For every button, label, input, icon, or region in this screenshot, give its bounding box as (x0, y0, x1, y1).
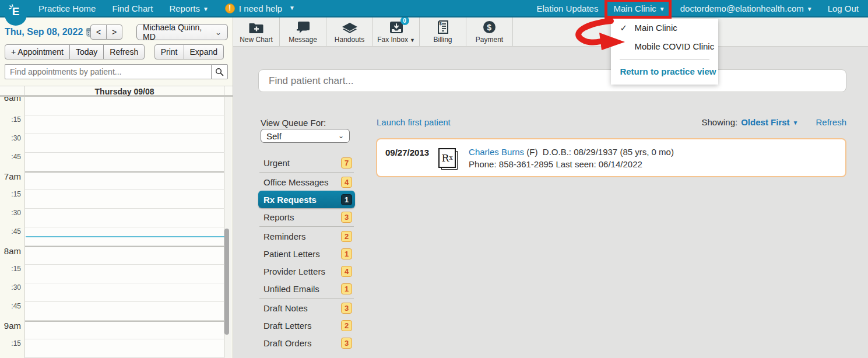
handouts-button[interactable]: Handouts (326, 17, 373, 46)
sort-order-dropdown[interactable]: Oldest First▼ (741, 117, 798, 127)
patient-name-link[interactable]: Charles Burns (469, 147, 524, 157)
view-queue-for-label: View Queue For: (261, 118, 326, 128)
rx-icon: Rx (438, 148, 456, 168)
expand-button[interactable]: Expand (184, 44, 224, 59)
time-row: :45 (0, 153, 233, 171)
time-label: 7am (0, 171, 25, 190)
queue-owner-select[interactable]: Self ⌄ (261, 129, 350, 143)
nav-left: Practice Home Find Chart Reports▼ ! I ne… (38, 3, 295, 13)
queue-item-draft-letters[interactable]: Draft Letters2 (258, 317, 355, 334)
queue-item-rx-requests[interactable]: Rx Requests1 (258, 191, 355, 208)
add-appointment-button[interactable]: + Appointment (5, 44, 70, 59)
appointment-slot[interactable] (25, 246, 224, 265)
chevron-down-icon: ▼ (203, 6, 209, 12)
nav-reports[interactable]: Reports▼ (169, 3, 208, 13)
find-patient-chart-input[interactable] (258, 69, 846, 92)
logo-letter: E (12, 5, 20, 18)
queue-item-urgent[interactable]: Urgent7 (258, 154, 355, 171)
queue-item-reminders[interactable]: Reminders2 (258, 227, 355, 245)
fax-inbox-button[interactable]: 0 Fax Inbox▼ (373, 17, 420, 46)
queue-item-label: Patient Letters (263, 249, 320, 259)
handouts-icon (342, 20, 358, 34)
time-row: :15 (0, 265, 233, 283)
nav-help[interactable]: ! I need help▼ (225, 3, 295, 13)
billing-button[interactable]: $ Billing (420, 17, 466, 46)
svg-text:$: $ (439, 21, 442, 26)
scheduler-sidebar: Thu, Sep 08, 2022 < > Michaela Quinn, MD… (0, 17, 233, 358)
appointment-slot[interactable] (25, 115, 224, 134)
appointment-slot[interactable] (25, 190, 224, 209)
queue-item-label: Office Messages (263, 177, 328, 187)
time-row: :15 (0, 190, 233, 209)
rx-request-card[interactable]: 09/27/2013 Rx Charles Burns (F) D.O.B.: … (376, 138, 846, 177)
appointment-slot[interactable] (25, 209, 224, 227)
appointment-button-group: + Appointment Today Refresh (5, 44, 145, 59)
queue-item-label: Provider Letters (263, 266, 325, 276)
queue-item-draft-notes[interactable]: Draft Notes3 (258, 299, 355, 317)
queue-item-reports[interactable]: Reports3 (258, 208, 355, 226)
elation-logo[interactable]: E (5, 0, 27, 26)
nav-practice-home[interactable]: Practice Home (38, 3, 96, 13)
queue-item-provider-letters[interactable]: Provider Letters4 (258, 262, 355, 280)
patient-phone: Phone: 858-361-2895 (469, 159, 553, 169)
clinic-option-mobile-covid-clinic[interactable]: Mobile COVID Clinic (611, 37, 718, 56)
date-picker-link[interactable]: Thu, Sep 08, 2022 (5, 27, 96, 37)
queue-item-label: Draft Notes (263, 303, 308, 313)
calendar-grid: 6am:15:30:457am:15:30:458am:15:30:459am:… (0, 97, 233, 358)
appointment-slot[interactable] (25, 321, 224, 339)
message-button[interactable]: Message (280, 17, 326, 46)
next-day-button[interactable]: > (106, 24, 122, 40)
prev-day-button[interactable]: < (90, 24, 107, 40)
nav-clinic-switcher[interactable]: Main Clinic▼ ✓Main ClinicMobile COVID Cl… (613, 3, 665, 13)
nav-log-out[interactable]: Log Out (828, 3, 859, 13)
nav-account[interactable]: doctordemo@elationhealth.com▼ (680, 3, 813, 13)
launch-first-patient-link[interactable]: Launch first patient (377, 117, 451, 127)
queue-item-office-messages[interactable]: Office Messages4 (258, 173, 355, 191)
calendar-scrollbar-track[interactable] (224, 97, 231, 358)
toolbar-label: Message (289, 36, 317, 44)
today-button[interactable]: Today (69, 44, 104, 59)
clinic-option-main-clinic[interactable]: ✓Main Clinic (611, 19, 718, 37)
main-content: View Queue For: Self ⌄ Urgent7Office Mes… (233, 47, 868, 358)
payment-button[interactable]: $ Payment (466, 17, 513, 46)
appointment-slot[interactable] (25, 171, 224, 190)
calendar-scrollbar-thumb[interactable] (224, 229, 229, 335)
appointment-slot[interactable] (25, 339, 224, 358)
appointment-slot[interactable] (25, 153, 224, 171)
new-chart-button[interactable]: New Chart (233, 17, 280, 46)
time-label: :45 (0, 302, 25, 321)
queue-item-patient-letters[interactable]: Patient Letters1 (258, 245, 355, 262)
nav-elation-updates[interactable]: Elation Updates (537, 3, 599, 13)
appointment-search-button[interactable] (211, 64, 228, 79)
refresh-schedule-button[interactable]: Refresh (103, 44, 145, 59)
search-icon (215, 68, 224, 76)
scheduler-header-row: Thu, Sep 08, 2022 < > Michaela Quinn, MD… (5, 24, 228, 41)
time-row: :30 (0, 209, 233, 227)
refresh-queue-link[interactable]: Refresh (816, 117, 846, 127)
print-expand-group: Print Expand (154, 44, 224, 59)
time-row: :30 (0, 134, 233, 153)
scheduler-buttons-row: + Appointment Today Refresh Print Expand (5, 44, 224, 59)
queue-item-label: Draft Orders (263, 338, 312, 348)
clinic-option-label: Main Clinic (634, 23, 677, 33)
time-label: :30 (0, 134, 25, 153)
chevron-down-icon: ▼ (659, 6, 665, 12)
main-toolbar: New Chart Message Handouts 0 Fax Inbox▼ … (233, 17, 868, 47)
return-to-practice-view-link[interactable]: Return to practice view (611, 60, 718, 81)
appointment-slot[interactable] (25, 265, 224, 283)
queue-item-draft-orders[interactable]: Draft Orders3 (258, 334, 355, 352)
appointment-slot[interactable] (25, 97, 224, 115)
nav-find-chart[interactable]: Find Chart (112, 3, 153, 13)
calendar-day-label: Thursday 09/08 (25, 86, 224, 95)
message-icon (296, 20, 310, 34)
appointment-slot[interactable] (25, 302, 224, 321)
queue-count-badge: 4 (341, 177, 352, 188)
svg-text:$: $ (487, 23, 491, 32)
appointment-slot[interactable] (25, 283, 224, 302)
appointment-slot[interactable] (25, 134, 224, 153)
calendar-gutter (0, 86, 25, 95)
queue-item-unfiled-emails[interactable]: Unfiled Emails1 (258, 280, 355, 297)
provider-select[interactable]: Michaela Quinn, MD ⌄ (136, 24, 228, 40)
print-button[interactable]: Print (154, 44, 184, 59)
appointment-search-input[interactable] (5, 64, 211, 79)
